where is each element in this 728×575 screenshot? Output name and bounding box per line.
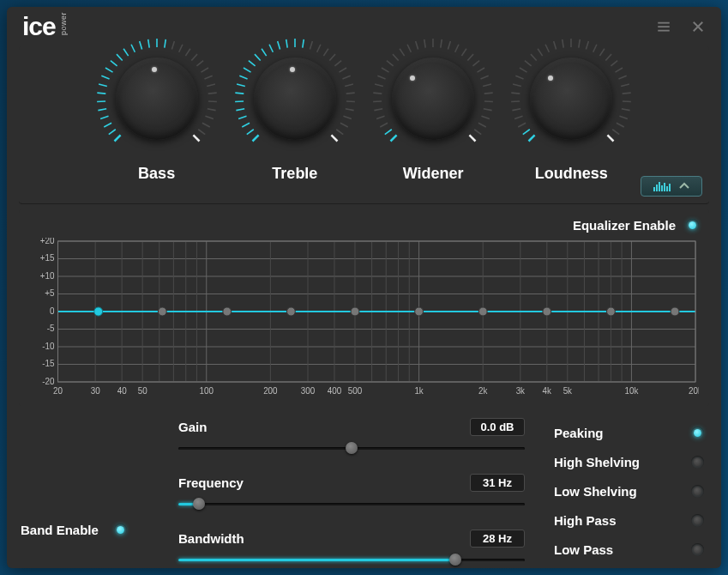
svg-line-60	[342, 76, 350, 79]
eq-band-node[interactable]	[158, 307, 166, 316]
filter-option-low-pass[interactable]: Low Pass	[554, 535, 704, 564]
svg-line-33	[202, 123, 210, 127]
svg-line-3	[114, 135, 120, 141]
svg-text:50: 50	[138, 386, 147, 396]
filter-radio[interactable]	[691, 427, 704, 439]
svg-line-24	[191, 54, 197, 60]
svg-line-72	[376, 116, 384, 118]
svg-line-49	[269, 45, 273, 52]
svg-line-44	[239, 76, 247, 79]
eq-enable-label: Equalizer Enable	[573, 218, 676, 233]
filter-option-peaking[interactable]: Peaking	[554, 418, 704, 447]
svg-line-57	[329, 54, 335, 60]
close-icon[interactable]	[690, 19, 706, 34]
svg-text:0: 0	[50, 306, 55, 316]
svg-line-36	[252, 135, 258, 141]
knob-label: Bass	[138, 165, 175, 183]
knob-dial-bass[interactable]	[93, 34, 221, 163]
eq-graph[interactable]: +20+15+10+50-5-10-15-2020304050100200300…	[29, 238, 699, 399]
svg-line-20	[164, 39, 165, 48]
eq-band-node[interactable]	[543, 307, 551, 316]
knob-dial-widener[interactable]	[369, 34, 497, 163]
bandwidth-slider-group: Bandwidth 28 Hz	[178, 530, 525, 566]
svg-line-7	[98, 109, 106, 111]
svg-line-82	[407, 45, 411, 52]
eq-bars-icon	[653, 180, 671, 192]
svg-line-28	[207, 84, 215, 86]
gain-slider-value[interactable]: 0.0 dB	[470, 418, 525, 436]
svg-text:200: 200	[263, 386, 278, 396]
eq-band-node[interactable]	[478, 307, 487, 316]
knob-loudness: Loudness	[507, 34, 635, 183]
svg-line-112	[525, 61, 532, 66]
svg-text:20k: 20k	[689, 386, 699, 396]
knob-label: Loudness	[535, 165, 608, 183]
svg-text:-10: -10	[42, 342, 55, 351]
eq-band-node[interactable]	[351, 307, 359, 316]
svg-line-35	[193, 135, 199, 141]
svg-line-5	[104, 123, 111, 127]
svg-line-91	[473, 61, 480, 66]
svg-line-39	[238, 116, 246, 118]
filter-radio[interactable]	[691, 514, 704, 527]
svg-line-78	[382, 68, 389, 72]
svg-rect-137	[659, 182, 660, 191]
svg-text:300: 300	[301, 386, 316, 396]
gain-slider[interactable]	[178, 441, 525, 455]
svg-rect-141	[669, 184, 671, 191]
svg-line-31	[207, 109, 215, 111]
svg-line-116	[554, 41, 557, 50]
frequency-slider[interactable]	[178, 497, 525, 511]
filter-radio[interactable]	[691, 485, 704, 498]
svg-line-109	[513, 84, 521, 86]
svg-line-110	[516, 76, 524, 79]
svg-line-59	[339, 68, 346, 72]
filter-radio[interactable]	[691, 456, 704, 469]
svg-line-47	[255, 54, 261, 60]
knob-section: Bass Treble Widener Loudness	[19, 46, 709, 204]
band-controls: Band Enable Gain 0.0 dB Frequency 31 Hz	[19, 415, 709, 575]
eq-band-node[interactable]	[415, 307, 424, 316]
svg-line-67	[336, 130, 343, 135]
svg-line-101	[470, 135, 476, 141]
frequency-slider-value[interactable]: 31 Hz	[470, 474, 525, 492]
svg-line-104	[519, 123, 526, 127]
eq-band-node[interactable]	[286, 307, 295, 316]
eq-band-node[interactable]	[671, 307, 679, 316]
svg-line-130	[622, 109, 630, 111]
filter-radio[interactable]	[691, 543, 704, 556]
eq-band-node[interactable]	[223, 307, 232, 316]
svg-line-73	[374, 109, 382, 111]
band-enable-toggle[interactable]	[114, 524, 127, 536]
svg-line-62	[346, 93, 355, 94]
menu-icon[interactable]	[656, 19, 671, 34]
svg-text:+20: +20	[40, 238, 55, 245]
svg-text:40: 40	[117, 386, 127, 396]
svg-line-132	[617, 123, 624, 127]
svg-text:30: 30	[91, 386, 100, 396]
eq-enable-toggle[interactable]	[686, 219, 699, 232]
svg-line-126	[619, 76, 627, 79]
filter-option-high-shelving[interactable]: High Shelving	[554, 447, 704, 476]
bandwidth-slider-value[interactable]: 28 Hz	[470, 530, 525, 548]
bandwidth-slider[interactable]	[178, 553, 525, 566]
expand-eq-button[interactable]	[641, 176, 702, 197]
svg-line-40	[236, 109, 244, 111]
svg-line-95	[484, 93, 493, 94]
knob-dial-treble[interactable]	[231, 34, 359, 163]
svg-line-48	[262, 49, 267, 56]
svg-line-29	[208, 93, 216, 94]
svg-rect-135	[653, 187, 655, 191]
filter-option-high-pass[interactable]: High Pass	[554, 505, 704, 535]
svg-line-46	[249, 61, 256, 66]
svg-line-22	[178, 45, 182, 52]
eq-band-node[interactable]	[606, 307, 615, 316]
svg-rect-136	[656, 185, 658, 191]
filter-option-low-shelving[interactable]: Low Shelving	[554, 476, 704, 505]
eq-band-node[interactable]	[94, 307, 103, 316]
svg-line-26	[201, 68, 208, 72]
knob-dial-loudness[interactable]	[507, 34, 635, 163]
svg-line-81	[400, 49, 405, 56]
svg-text:+10: +10	[40, 271, 55, 281]
svg-text:4k: 4k	[543, 386, 551, 396]
